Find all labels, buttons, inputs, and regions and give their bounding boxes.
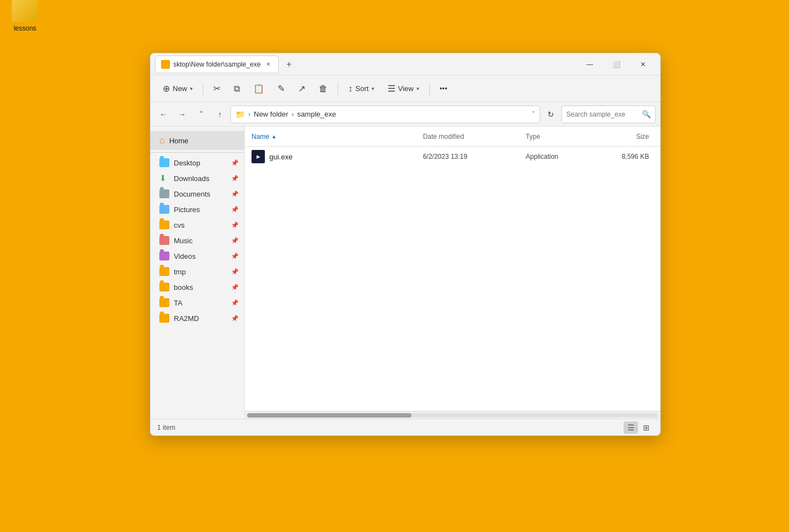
pin-icon-pictures: 📌 [231,206,239,213]
main-area: ⌂ Home Desktop 📌 ⬇ Downloads 📌 Documents… [150,127,660,419]
tab-close-button[interactable]: ✕ [264,60,273,69]
name-sort-arrow: ▲ [272,134,277,139]
scrollbar-thumb[interactable] [247,413,411,418]
tab-folder-icon [161,60,170,69]
cut-button[interactable]: ✂ [208,80,226,97]
copy-button[interactable]: ⧉ [228,81,245,97]
horizontal-scrollbar[interactable] [245,411,660,419]
share-button[interactable]: ↗ [293,80,311,97]
explorer-window: sktop\New folder\sample_exe ✕ + — ⬜ ✕ ⊕ … [150,53,661,436]
file-name: gui.exe [269,153,293,161]
title-bar: sktop\New folder\sample_exe ✕ + — ⬜ ✕ [150,53,660,76]
tab-title: sktop\New folder\sample_exe [173,61,260,68]
sidebar-label-ra2md: RA2MD [174,314,199,323]
new-chevron-icon: ▾ [190,86,193,92]
toolbar: ⊕ New ▾ ✂ ⧉ 📋 ✎ ↗ 🗑 ↕ Sort ▾ ☰ [150,76,660,102]
sidebar-item-cvs[interactable]: cvs 📌 [150,217,244,233]
search-input[interactable] [566,111,639,118]
pictures-folder-icon [159,205,169,214]
sidebar-item-pictures[interactable]: Pictures 📌 [150,202,244,217]
new-tab-button[interactable]: + [281,57,296,72]
column-name[interactable]: Name ▲ [252,133,423,140]
pin-icon-ra2md: 📌 [231,315,239,322]
toolbar-separator-1 [203,82,203,96]
sidebar-label-books: books [174,283,193,292]
address-separator-2: › [292,111,294,118]
table-row[interactable]: gui.exe 6/2/2023 13:19 Application 8,596… [245,147,660,167]
list-view-button[interactable]: ☰ [624,421,638,434]
sort-button[interactable]: ↕ Sort ▾ [343,81,380,97]
sidebar-label-music: Music [174,237,193,245]
sidebar-item-downloads[interactable]: ⬇ Downloads 📌 [150,170,244,186]
downloads-icon: ⬇ [159,174,169,183]
maximize-button[interactable]: ⬜ [604,56,629,73]
file-type: Application [526,153,594,160]
share-icon: ↗ [298,83,305,94]
sidebar-label-ta: TA [174,299,183,307]
refresh-button[interactable]: ↻ [542,106,559,123]
sidebar-divider [150,152,244,153]
sidebar-item-home[interactable]: ⌂ Home [150,131,244,150]
file-list: gui.exe 6/2/2023 13:19 Application 8,596… [245,147,660,411]
column-type[interactable]: Type [526,133,594,140]
sidebar-item-books[interactable]: books 📌 [150,279,244,295]
sidebar-item-desktop[interactable]: Desktop 📌 [150,155,244,170]
minimize-button[interactable]: — [577,56,602,73]
view-label: View [398,84,414,93]
up-button[interactable]: ↑ [212,106,228,123]
new-button[interactable]: ⊕ New ▾ [157,80,198,97]
view-toggle-buttons: ☰ ⊞ [624,421,654,434]
view-icon: ☰ [388,83,395,94]
paste-button[interactable]: 📋 [248,80,270,97]
address-folder-icon: 📁 [235,110,245,119]
back-button[interactable]: ← [155,106,172,123]
more-button[interactable]: ••• [434,81,453,96]
books-folder-icon [159,283,169,292]
pin-icon-books: 📌 [231,284,239,291]
pin-icon-desktop: 📌 [231,159,239,167]
delete-button[interactable]: 🗑 [313,81,333,97]
home-icon: ⌂ [159,135,165,145]
tmp-folder-icon [159,267,169,276]
sidebar-home-label: Home [169,137,189,145]
pin-icon-videos: 📌 [231,253,239,260]
sidebar-item-music[interactable]: Music 📌 [150,233,244,248]
sidebar-item-tmp[interactable]: tmp 📌 [150,264,244,279]
sidebar-label-desktop: Desktop [174,159,200,167]
view-button[interactable]: ☰ View ▾ [382,80,425,97]
view-chevron-icon: ▾ [416,86,419,92]
column-size[interactable]: Size [594,133,654,140]
search-box[interactable]: 🔍 [561,106,656,123]
rename-button[interactable]: ✎ [272,80,290,97]
address-bar[interactable]: 📁 › New folder › sample_exe ˅ [230,106,540,123]
documents-folder-icon [159,189,169,198]
sidebar-label-documents: Documents [174,190,210,198]
pin-icon-tmp: 📌 [231,268,239,275]
sidebar-item-ra2md[interactable]: RA2MD 📌 [150,310,244,326]
sort-chevron-icon: ▾ [371,86,374,92]
ta-folder-icon [159,298,169,307]
forward-button[interactable]: → [174,106,190,123]
address-row: ← → ˅ ↑ 📁 › New folder › sample_exe ˅ ↻ … [150,102,660,127]
desktop-icon-image [12,0,38,22]
recent-button[interactable]: ˅ [193,106,209,123]
sidebar-label-cvs: cvs [174,221,185,229]
sidebar-item-documents[interactable]: Documents 📌 [150,186,244,202]
sidebar-item-videos[interactable]: Videos 📌 [150,248,244,264]
paste-icon: 📋 [253,83,264,94]
delete-icon: 🗑 [319,84,328,94]
scrollbar-track [247,413,658,418]
grid-view-button[interactable]: ⊞ [639,421,654,434]
toolbar-separator-2 [338,82,338,96]
sidebar-label-pictures: Pictures [174,205,200,214]
file-date: 6/2/2023 13:19 [423,153,526,160]
sidebar-label-tmp: tmp [174,268,186,276]
explorer-tab[interactable]: sktop\New folder\sample_exe ✕ [155,56,279,73]
sidebar-item-ta[interactable]: TA 📌 [150,295,244,310]
music-folder-icon [159,236,169,245]
close-button[interactable]: ✕ [630,56,656,73]
column-date-modified[interactable]: Date modified [423,133,526,140]
ra2md-folder-icon [159,314,169,323]
desktop-lessons-icon[interactable]: lessons [6,0,44,32]
window-controls: — ⬜ ✕ [577,56,656,73]
